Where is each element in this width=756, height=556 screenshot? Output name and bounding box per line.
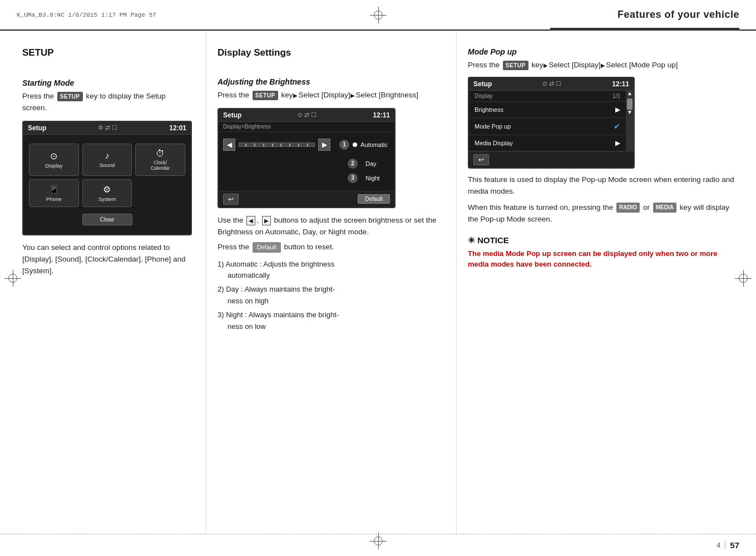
info-item-2: 2) Day : Always maintains the bright- ne… [218,284,442,307]
menu-item-sound[interactable]: ♪ Sound [82,144,132,176]
screen1-title: Setup [28,124,46,132]
phone-icon: 📱 [48,184,60,195]
screen1-header: Setup ⚙ ⇄ ☐ 12:01 [23,122,191,135]
scroll-up-icon[interactable]: ▲ [627,91,633,96]
arrow3: ▶ [543,61,548,70]
notice-box: ✳ NOTICE The media Mode Pop up screen ca… [468,235,739,270]
setup-section-title: SETUP [22,47,192,58]
press-text3: Press the [468,61,500,69]
screen2-nav: ↩ Default [219,191,394,207]
press-text: Press the [22,92,54,100]
display-label: Display [45,163,62,169]
key-text2: key [281,91,293,99]
screen3-nav: ↩ [469,151,634,168]
setup-badge-2: SETUP [253,91,278,101]
mode-popup-body-desc: This feature is used to display the Pop-… [468,174,739,225]
option-automatic: 1 Automatic [337,137,390,152]
top-bar-section-title: Features of your vehicle [617,9,739,21]
press-text2: Press the [218,91,249,99]
info-item-1: 1) Automatic : Adjusts the brightness au… [218,259,442,282]
screen3-icons: ⊙ ⇄ ☐ [542,80,561,87]
display-icon: ⊙ [50,151,57,161]
slider-track[interactable] [239,142,315,147]
menu-item-clock[interactable]: ⏱ Clock/Calendar [135,144,185,176]
clock-icon: ⏱ [156,149,165,159]
menu-item-system[interactable]: ⚙ System [82,179,132,207]
slider-left-btn[interactable]: ◀ [223,139,235,151]
page-label: 1/1 [612,93,620,99]
screen3-title: Setup [473,80,492,88]
starting-mode-title: Starting Mode [22,78,192,87]
brightness-text: Brightness [475,106,503,113]
circle-2: 2 [348,159,358,169]
menu-item-display[interactable]: ⊙ Display [29,144,79,176]
brightness-screen: Setup ⊙ ⇄ ☐ 12:11 Display>Brightness ◀ [218,108,396,208]
chapter-number: 4 [717,541,725,549]
menu-item-phone[interactable]: 📱 Phone [29,179,79,207]
day-option: 2 Day [345,156,390,171]
circle-1: 1 [339,140,349,150]
screen3-body: Display 1/1 Brightness ▶ Mode Pop up ✔ M… [469,91,634,151]
default-badge: Default [253,242,281,253]
display-header: Display 1/1 [469,91,626,102]
day-night-labels: 2 Day 3 Night [345,156,390,185]
mode-popup-title: Mode Pop up [468,47,739,56]
screen2-header: Setup ⊙ ⇄ ☐ 12:11 [219,109,394,122]
screen2-time: 12:11 [373,111,390,119]
notice-title: ✳ NOTICE [468,235,739,245]
left-column: SETUP Starting Mode Press the SETUP key … [0,31,206,534]
mode-popup-text: Mode Pop up [475,123,511,130]
screen2-title: Setup [223,111,241,119]
screen3-time: 12:11 [612,80,629,88]
mode-item-modepopup[interactable]: Mode Pop up ✔ [469,118,626,135]
left-arrow-icon: ◀ [246,216,255,226]
system-icon: ⚙ [103,184,111,195]
setup-screen-1: Setup ⚙ ⇄ ☐ 12:01 ⊙ Display ♪ Sound ⏱ [22,121,192,235]
auto-label: Automatic [360,141,388,148]
system-label: System [98,196,116,202]
default-btn[interactable]: Default [358,194,390,204]
display-settings-title: Display Settings [218,47,442,58]
or-text: or [643,203,650,211]
sound-icon: ♪ [105,151,109,161]
use-text: Use the [218,216,244,224]
notice-text: The media Mode Pop up screen can be disp… [468,248,739,270]
scrollbar-thumb[interactable] [627,99,633,110]
back-btn-2[interactable]: ↩ [223,194,239,205]
display-label-text: Display [475,93,493,99]
screen1-icons: ⚙ ⇄ ☐ [98,124,117,131]
screen1-menu-grid: ⊙ Display ♪ Sound ⏱ Clock/Calendar 📱 Pho… [23,139,191,211]
scrollbar[interactable]: ▲ ▼ [626,91,634,151]
key-text3: key [531,61,543,69]
night-label: Night [365,175,380,181]
when-feature-text: When this feature is turned on, pressing… [468,203,613,211]
mode-item-mediadisplay[interactable]: Media Display ▶ [469,135,626,151]
media-display-text: Media Display [475,140,513,146]
close-button[interactable]: Close [82,214,132,225]
reset-text2: button to reset. [284,243,334,251]
slider-marks [239,143,314,147]
select-brightness: Select [Brightness] [355,91,418,99]
clock-label: Clock/Calendar [151,160,170,171]
top-bar-file-info: K_UMa_B3.0:NC 1/8/2015 1:17 PM Page 57 [17,12,156,18]
bottom-bar: 4 57 [0,534,756,556]
bright-controls: ◀ ▶ [219,132,394,191]
mode-item-brightness[interactable]: Brightness ▶ [469,102,626,118]
setup-badge-3: SETUP [503,61,528,71]
auto-option: 1 Automatic [337,137,390,152]
right-column: Mode Pop up Press the SETUP key▶Select [… [456,31,756,534]
media-badge: MEDIA [653,203,676,213]
slider-right-btn[interactable]: ▶ [318,139,330,151]
scroll-down-icon[interactable]: ▼ [627,110,633,115]
starting-mode-desc2: You can select and control options relat… [22,242,192,277]
main-content: SETUP Starting Mode Press the SETUP key … [0,31,756,534]
back-btn-3[interactable]: ↩ [473,154,489,165]
screen1-time: 12:01 [169,124,186,132]
select-mode-popup: Select [Mode Pop up] [606,61,678,69]
screen2-icons: ⊙ ⇄ ☐ [298,111,317,119]
slider-row: ◀ ▶ [223,137,390,152]
sound-label: Sound [100,162,115,168]
day-night-options: 2 Day 3 Night [240,156,390,185]
brightness-list: 1) Automatic : Adjusts the brightness au… [218,259,442,333]
starting-mode-desc: Press the SETUP key to display the Setup… [22,91,192,114]
